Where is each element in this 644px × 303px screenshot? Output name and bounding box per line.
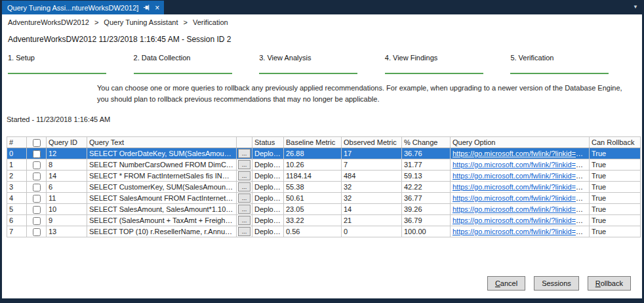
query-option-link[interactable]: https://go.microsoft.com/fwlink/?linkid=… xyxy=(453,150,590,157)
query-text-expand-cell[interactable]: ... xyxy=(237,204,252,215)
row-number-cell[interactable]: 4 xyxy=(7,193,27,204)
row-checkbox[interactable] xyxy=(33,217,41,225)
col-query-id[interactable]: Query ID xyxy=(47,137,87,148)
query-option-link[interactable]: https://go.microsoft.com/fwlink/?linkid=… xyxy=(453,216,590,224)
grid-row[interactable]: 411SELECT SalesAmount FROM FactInternetS… xyxy=(7,193,641,204)
query-id-cell: 13 xyxy=(47,226,87,237)
baseline-metric-cell: 33.22 xyxy=(284,215,342,226)
query-text-expand-cell[interactable]: ... xyxy=(237,193,252,204)
tab-list-dropdown-icon[interactable]: ▼ xyxy=(633,4,638,10)
pct-change-cell: 42.22 xyxy=(402,182,451,193)
row-number-cell[interactable]: 1 xyxy=(7,159,27,171)
col-baseline-metric[interactable]: Baseline Metric xyxy=(284,137,342,148)
col-query-text[interactable]: Query Text xyxy=(87,137,237,148)
breadcrumb-item-qta[interactable]: Query Tuning Assistant xyxy=(104,18,178,26)
col-query-option[interactable]: Query Option xyxy=(451,137,590,148)
row-select-cell[interactable] xyxy=(27,159,47,171)
col-status[interactable]: Status xyxy=(252,137,284,148)
row-select-cell[interactable] xyxy=(27,193,47,204)
query-option-link[interactable]: https://go.microsoft.com/fwlink/?linkid=… xyxy=(453,194,590,202)
row-checkbox[interactable] xyxy=(33,172,41,180)
col-can-rollback[interactable]: Can Rollback xyxy=(590,137,641,148)
query-option-link[interactable]: https://go.microsoft.com/fwlink/?linkid=… xyxy=(453,172,590,180)
observed-metric-cell: 32 xyxy=(342,193,402,204)
row-select-cell[interactable] xyxy=(27,171,47,182)
queries-grid: # Query ID Query Text Status Baseline Me… xyxy=(7,136,642,237)
step-label: 2. Data Collection xyxy=(134,54,260,62)
expand-query-text-button[interactable]: ... xyxy=(238,149,251,158)
rollback-button[interactable]: Rollback xyxy=(588,276,631,291)
can-rollback-cell: True xyxy=(590,171,641,182)
row-checkbox[interactable] xyxy=(33,228,41,236)
baseline-metric-cell: 0.56 xyxy=(284,226,342,237)
query-id-cell: 12 xyxy=(47,148,87,159)
breadcrumb-item-verification[interactable]: Verification xyxy=(193,18,228,26)
observed-metric-cell: 7 xyxy=(342,159,402,171)
row-checkbox[interactable] xyxy=(33,195,41,203)
status-cell: Deployed xyxy=(252,193,284,204)
grid-row[interactable]: 713SELECT TOP (10) r.ResellerName, r.Ann… xyxy=(7,226,641,237)
query-text-expand-cell[interactable]: ... xyxy=(237,215,252,226)
expand-query-text-button[interactable]: ... xyxy=(238,193,251,203)
grid-row[interactable]: 012SELECT OrderDateKey, SUM(SalesAmount)… xyxy=(7,148,641,159)
query-option-link[interactable]: https://go.microsoft.com/fwlink/?linkid=… xyxy=(453,183,590,191)
query-option-link[interactable]: https://go.microsoft.com/fwlink/?linkid=… xyxy=(453,205,590,213)
row-number-cell[interactable]: 6 xyxy=(7,215,27,226)
session-title: AdventureWorksDW2012 11/23/2018 1:16:45 … xyxy=(2,26,642,44)
row-number-cell[interactable]: 5 xyxy=(7,204,27,215)
query-text-expand-cell[interactable]: ... xyxy=(237,148,252,159)
select-all-checkbox[interactable] xyxy=(33,139,41,147)
close-icon[interactable]: × xyxy=(155,4,159,12)
step-view-findings: 4. View Findings xyxy=(385,54,511,74)
grid-row[interactable]: 69SELECT (SalesAmount + TaxAmt + Freight… xyxy=(7,215,641,226)
row-select-cell[interactable] xyxy=(27,226,47,237)
query-text-expand-cell[interactable]: ... xyxy=(237,159,252,171)
expand-query-text-button[interactable]: ... xyxy=(238,205,251,214)
step-progress-bar xyxy=(259,73,357,74)
sessions-button[interactable]: Sessions xyxy=(534,276,579,291)
pct-change-cell: 36.76 xyxy=(402,148,451,159)
document-tab[interactable]: Query Tuning Assi...ntureWorksDW2012] × xyxy=(2,1,164,14)
row-select-cell[interactable] xyxy=(27,204,47,215)
query-text-expand-cell[interactable]: ... xyxy=(237,182,252,193)
breadcrumb: AdventureWorksDW2012 > Query Tuning Assi… xyxy=(2,14,642,26)
grid-row[interactable]: 36SELECT CustomerKey, SUM(SalesAmount) A… xyxy=(7,182,641,193)
query-tuning-assistant-window: Query Tuning Assi...ntureWorksDW2012] × … xyxy=(0,0,644,303)
expand-query-text-button[interactable]: ... xyxy=(238,171,251,180)
expand-query-text-button[interactable]: ... xyxy=(238,227,251,236)
query-text-expand-cell[interactable]: ... xyxy=(237,226,252,237)
row-checkbox[interactable] xyxy=(33,206,41,214)
row-checkbox[interactable] xyxy=(33,150,41,158)
query-option-cell: https://go.microsoft.com/fwlink/?linkid=… xyxy=(451,215,590,226)
can-rollback-cell: True xyxy=(590,226,641,237)
row-number-cell[interactable]: 2 xyxy=(7,171,27,182)
row-number-cell[interactable]: 3 xyxy=(7,182,27,193)
expand-query-text-button[interactable]: ... xyxy=(238,216,251,225)
col-observed-metric[interactable]: Observed Metric xyxy=(342,137,402,148)
row-checkbox[interactable] xyxy=(33,161,41,169)
col-pct-change[interactable]: % Change xyxy=(402,137,451,148)
row-number-cell[interactable]: 0 xyxy=(7,148,27,159)
query-text-expand-cell[interactable]: ... xyxy=(237,171,252,182)
row-select-cell[interactable] xyxy=(27,148,47,159)
breadcrumb-item-database[interactable]: AdventureWorksDW2012 xyxy=(8,18,89,26)
cancel-button[interactable]: Cancel xyxy=(487,276,525,291)
expand-query-text-button[interactable]: ... xyxy=(238,182,251,192)
expand-query-text-button[interactable]: ... xyxy=(238,160,251,169)
grid-row[interactable]: 214SELECT * FROM FactInternetSales fis I… xyxy=(7,171,641,182)
query-option-link[interactable]: https://go.microsoft.com/fwlink/?linkid=… xyxy=(453,161,590,169)
step-label: 1. Setup xyxy=(8,54,134,62)
col-select-all[interactable] xyxy=(27,137,47,148)
pin-icon[interactable] xyxy=(143,4,150,11)
grid-row[interactable]: 18SELECT NumberCarsOwned FROM DimCustome… xyxy=(7,159,641,171)
row-select-cell[interactable] xyxy=(27,182,47,193)
wizard-content: AdventureWorksDW2012 > Query Tuning Assi… xyxy=(2,14,642,298)
grid-row[interactable]: 510SELECT SalesAmount, SalesAmount*1.10 … xyxy=(7,204,641,215)
row-checkbox[interactable] xyxy=(33,184,41,192)
wizard-steps: 1. Setup 2. Data Collection 3. View Anal… xyxy=(8,54,636,74)
query-option-link[interactable]: https://go.microsoft.com/fwlink/?linkid=… xyxy=(453,228,590,235)
row-number-cell[interactable]: 7 xyxy=(7,226,27,237)
observed-metric-cell: 484 xyxy=(342,171,402,182)
row-select-cell[interactable] xyxy=(27,215,47,226)
session-started-label: Started - 11/23/2018 1:16:45 AM xyxy=(7,115,642,123)
